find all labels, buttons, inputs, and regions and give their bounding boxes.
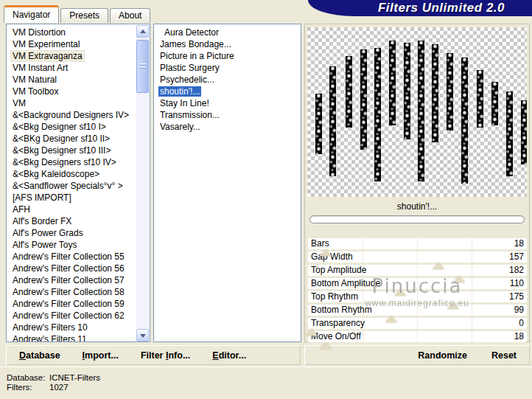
slider-thumb-icon[interactable] — [394, 289, 406, 296]
category-item[interactable]: &<Bkg Designers sf10 IV> — [7, 156, 150, 168]
preview-bar — [360, 49, 367, 150]
filter-item-label: shoutin'!... — [158, 86, 201, 97]
filter-item-label: Vasarely... — [158, 122, 202, 132]
category-item[interactable]: &<Bkg Designer sf10 I> — [7, 121, 150, 133]
filter-item[interactable]: Aura Detector — [154, 27, 301, 38]
category-item-label: Andrew's Filter Collection 57 — [11, 275, 126, 285]
tab-navigator[interactable]: Navigator — [4, 5, 59, 23]
category-item-label: VM Extravaganza — [11, 51, 84, 61]
category-item[interactable]: VM Extravaganza — [7, 50, 150, 62]
category-item-label: &<Sandflower Specials°v° > — [11, 181, 125, 191]
filter-item[interactable]: Transmission... — [154, 109, 301, 121]
filter-listbox[interactable]: Aura DetectorJames Bondage...Picture in … — [153, 24, 301, 342]
slider-thumb-icon[interactable] — [447, 302, 459, 309]
category-item[interactable]: &<Bkg Designer sf10 III> — [7, 145, 150, 156]
filter-item-label: Plastic Surgery — [158, 63, 221, 73]
filter-info-button[interactable]: Filter Info... — [141, 350, 190, 361]
category-item-label: &<Bkg Designer sf10 I> — [11, 122, 108, 132]
preview-bar — [389, 41, 396, 125]
category-item[interactable]: Andrew's Filters 11 — [7, 333, 150, 342]
slider-thumb-icon[interactable] — [385, 316, 397, 322]
database-label: atabase — [26, 350, 60, 361]
slider-row-bottom-rhythm[interactable]: Bottom Rhythm99 — [308, 305, 527, 316]
category-item[interactable]: Andrew's Filter Collection 58 — [7, 286, 150, 298]
scroll-down-icon[interactable] — [136, 329, 149, 341]
reset-label: Reset — [491, 350, 517, 361]
filter-item-label: Psychedelic... — [158, 74, 216, 85]
database-value: ICNET-Filters — [49, 373, 100, 382]
category-item[interactable]: Andrew's Filter Collection 55 — [7, 251, 150, 263]
preview-bar — [374, 48, 381, 182]
slider-row-move-on-off[interactable]: Move On/Off18 — [308, 331, 527, 342]
category-item[interactable]: Andrew's Filter Collection 62 — [7, 310, 150, 322]
filter-item[interactable]: shoutin'!... — [154, 86, 301, 97]
category-item[interactable]: &<Background Designers IV> — [7, 109, 150, 121]
title-banner: Filters Unlimited 2.0 — [308, 0, 532, 16]
slider-row-bottom-amplitude[interactable]: Bottom Amplitude110 — [308, 278, 527, 289]
tab-presets[interactable]: Presets — [60, 8, 108, 23]
database-label: Database: — [7, 373, 49, 382]
category-item-label: &<Bkg Designers sf10 IV> — [11, 157, 118, 167]
category-item[interactable]: VM Distortion — [7, 27, 150, 38]
category-item[interactable]: Alf's Border FX — [7, 215, 150, 227]
preview-panel: shoutin'!... Bars18Gap Width157Top Ampli… — [304, 24, 530, 342]
status-filters: Filters:1027 — [7, 383, 69, 392]
randomize-button[interactable]: Randomize — [418, 350, 467, 361]
slider-value: 157 — [509, 251, 524, 263]
category-item[interactable]: Andrew's Filter Collection 57 — [7, 274, 150, 286]
category-item[interactable]: &<Sandflower Specials°v° > — [7, 180, 150, 192]
category-item[interactable]: Andrew's Filters 10 — [7, 322, 150, 333]
category-item[interactable]: &<Bkg Kaleidoscope> — [7, 168, 150, 180]
filter-item[interactable]: James Bondage... — [154, 38, 301, 50]
slider-thumb-icon[interactable] — [433, 263, 444, 269]
filter-item[interactable]: Plastic Surgery — [154, 62, 301, 74]
category-item[interactable]: &<BKg Designer sf10 II> — [7, 133, 150, 145]
category-item[interactable]: VM Toolbox — [7, 86, 150, 97]
slider-thumb-icon[interactable] — [320, 249, 332, 256]
category-item-label: Andrew's Filter Collection 59 — [11, 299, 126, 309]
slider-label: Top Amplitude — [311, 265, 366, 276]
slider-row-bars[interactable]: Bars18 — [308, 238, 527, 249]
category-item[interactable]: Alf's Power Grads — [7, 227, 150, 239]
slider-row-top-rhythm[interactable]: Top Rhythm175 — [308, 291, 527, 302]
category-item[interactable]: [AFS IMPORT] — [7, 192, 150, 204]
category-item[interactable]: Andrew's Filter Collection 56 — [7, 263, 150, 274]
category-item[interactable]: Andrew's Filter Collection 59 — [7, 298, 150, 310]
category-item-label: Andrew's Filters 11 — [11, 334, 88, 342]
import-button[interactable]: Import... — [83, 350, 119, 361]
slider-thumb-icon[interactable] — [453, 276, 465, 282]
category-item[interactable]: VM Natural — [7, 74, 150, 86]
category-item[interactable]: VM Experimental — [7, 38, 150, 50]
scrollbar-thumb[interactable] — [136, 40, 149, 93]
preview-bar — [329, 66, 336, 177]
category-scrollbar[interactable] — [136, 25, 149, 341]
category-item-label: [AFS IMPORT] — [11, 192, 73, 203]
slider-label: Move On/Off — [311, 331, 361, 342]
category-item-label: AFH — [11, 204, 32, 215]
scroll-up-icon[interactable] — [136, 25, 149, 38]
preview-bar — [491, 82, 498, 126]
category-item[interactable]: AFH — [7, 204, 150, 215]
category-item[interactable]: VM — [7, 97, 150, 109]
tab-about[interactable]: About — [110, 8, 150, 23]
filter-item[interactable]: Picture in a Picture — [154, 50, 301, 62]
category-item-label: VM Experimental — [11, 39, 81, 49]
category-item[interactable]: VM Instant Art — [7, 62, 150, 74]
slider-row-gap-width[interactable]: Gap Width157 — [308, 251, 527, 263]
slider-row-transparency[interactable]: Transparency0 — [308, 318, 527, 329]
slider-thumb-icon[interactable] — [320, 342, 332, 349]
category-item[interactable]: Alf's Power Toys — [7, 239, 150, 251]
slider-thumb-icon[interactable] — [306, 329, 318, 336]
slider-row-top-amplitude[interactable]: Top Amplitude182 — [308, 265, 527, 276]
database-button[interactable]: Database — [19, 350, 60, 361]
category-item-label: VM Natural — [11, 74, 58, 85]
category-listbox[interactable]: VM DistortionVM ExperimentalVM Extravaga… — [6, 24, 150, 342]
reset-button[interactable]: Reset — [491, 350, 517, 361]
filter-item[interactable]: Stay In Line! — [154, 97, 301, 109]
editor-button[interactable]: Editor... — [212, 350, 246, 361]
slider-value: 99 — [514, 305, 524, 316]
category-item-label: &<Background Designers IV> — [11, 110, 130, 120]
filter-item[interactable]: Psychedelic... — [154, 74, 301, 86]
progress-bar — [309, 215, 525, 223]
filter-item[interactable]: Vasarely... — [154, 121, 301, 133]
